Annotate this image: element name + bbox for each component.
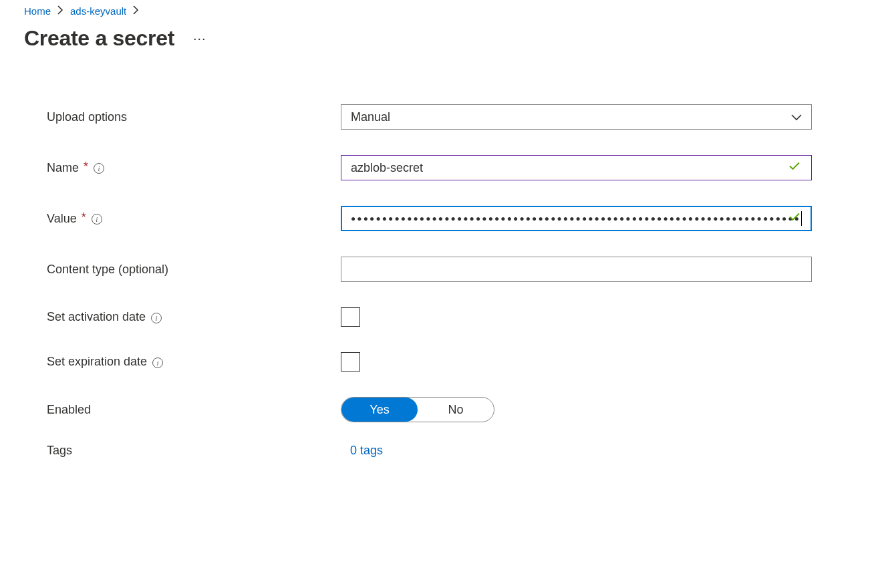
breadcrumb-keyvault[interactable]: ads-keyvault [70,5,126,17]
chevron-down-icon [791,110,802,124]
info-icon[interactable]: i [152,357,163,368]
content-type-label: Content type (optional) [47,263,168,277]
upload-options-select[interactable]: Manual [341,104,812,130]
more-actions-button[interactable]: ··· [193,31,206,46]
chevron-right-icon [133,5,139,17]
upload-options-value: Manual [351,110,390,124]
activation-date-label: Set activation date [47,310,146,324]
info-icon[interactable]: i [151,313,162,323]
enabled-no-button[interactable]: No [418,398,494,422]
upload-options-label: Upload options [47,110,127,124]
enabled-toggle: Yes No [341,397,494,422]
info-icon[interactable]: i [92,214,102,225]
content-type-input[interactable] [341,257,812,282]
breadcrumb-home[interactable]: Home [24,5,51,17]
expiration-date-label: Set expiration date [47,355,147,369]
page-title: Create a secret [24,26,174,51]
expiration-date-checkbox[interactable] [341,352,360,372]
required-indicator: * [82,210,86,225]
value-label: Value [47,212,77,226]
tags-link[interactable]: 0 tags [350,444,383,458]
breadcrumb: Home ads-keyvault [24,5,880,17]
enabled-yes-button[interactable]: Yes [341,398,418,422]
info-icon[interactable]: i [94,163,104,174]
name-label: Name [47,161,79,175]
enabled-label: Enabled [47,403,91,417]
value-masked-text: ●●●●●●●●●●●●●●●●●●●●●●●●●●●●●●●●●●●●●●●●… [351,214,800,223]
text-caret [801,211,802,226]
tags-label: Tags [47,444,72,458]
required-indicator: * [84,160,88,174]
name-input[interactable] [341,155,812,180]
chevron-right-icon [57,5,63,17]
value-input[interactable]: ●●●●●●●●●●●●●●●●●●●●●●●●●●●●●●●●●●●●●●●●… [341,206,812,231]
activation-date-checkbox[interactable] [341,307,360,327]
